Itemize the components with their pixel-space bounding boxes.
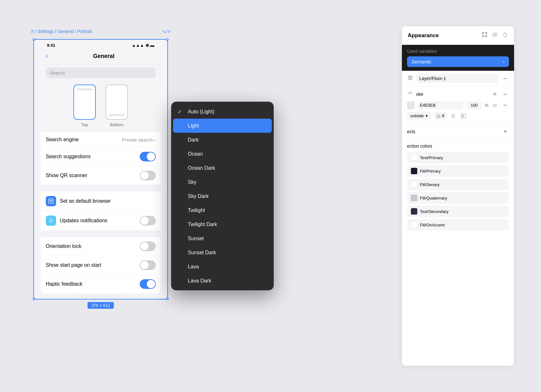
toggle-knob-qr bbox=[140, 171, 149, 180]
fill-primary-swatch[interactable] bbox=[411, 168, 417, 174]
drop-icon[interactable] bbox=[502, 31, 508, 39]
component-icon[interactable] bbox=[481, 31, 488, 39]
remove-layer-button[interactable]: − bbox=[501, 75, 509, 82]
semantic-button[interactable]: Semantic › bbox=[407, 56, 509, 67]
eye-icon[interactable] bbox=[492, 31, 498, 39]
battery-icon: ▬ bbox=[150, 43, 154, 48]
frame-header: X / Settings / General / Portrait </> bbox=[27, 26, 174, 37]
dropdown-item-auto-light[interactable]: ✓ Auto (Light) bbox=[171, 104, 274, 119]
search-bar[interactable]: Search bbox=[46, 68, 156, 78]
row-start-page[interactable]: Show start page on start bbox=[41, 256, 161, 275]
figma-frame: X / Settings / General / Portrait </> 9:… bbox=[27, 26, 174, 366]
dropdown-item-sky-dark[interactable]: Sky Dark bbox=[171, 189, 274, 203]
fill-onaccent-swatch[interactable] bbox=[411, 222, 417, 228]
dropdown-item-lava[interactable]: Lava bbox=[171, 260, 274, 274]
search-suggestions-toggle[interactable] bbox=[140, 152, 156, 161]
toggle-knob-start bbox=[140, 261, 149, 269]
row-default-browser[interactable]: Set as default browser bbox=[41, 192, 161, 211]
tab-top-option[interactable]: Top bbox=[73, 85, 96, 127]
sel-color-fill-quaternary: Fill/Quaternary bbox=[407, 192, 509, 204]
stroke-color-swatch[interactable] bbox=[407, 102, 415, 109]
dropdown-item-label-light: Light bbox=[188, 123, 199, 129]
dropdown-item-sunset[interactable]: Sunset bbox=[171, 232, 274, 246]
signal-icon: ▲▲▲ bbox=[132, 43, 144, 48]
stroke-opacity[interactable]: 100 bbox=[466, 101, 482, 109]
dropdown-item-sky[interactable]: Sky bbox=[171, 175, 274, 189]
dropdown-item-label-ocean-dark: Ocean Dark bbox=[188, 165, 215, 171]
tab-bottom-icon[interactable] bbox=[105, 85, 128, 120]
svg-rect-9 bbox=[408, 76, 412, 77]
back-button[interactable]: ‹ bbox=[46, 52, 48, 60]
row-search-suggestions[interactable]: Search suggestions bbox=[41, 147, 161, 166]
dropdown-item-lava-dark[interactable]: Lava Dark bbox=[171, 274, 274, 288]
add-effect-button[interactable]: + bbox=[501, 128, 509, 135]
start-page-label: Show start page on start bbox=[46, 262, 101, 268]
dropdown-item-light[interactable]: Light bbox=[173, 119, 272, 133]
dropdown-item-twilight-dark[interactable]: Twilight Dark bbox=[171, 217, 274, 232]
stroke-title: oke bbox=[416, 92, 423, 97]
updates-notifications-toggle[interactable] bbox=[140, 216, 156, 225]
stroke-eye-icon[interactable] bbox=[491, 102, 499, 109]
phone-status-bar: 9:41 ▲▲▲ ⊛ ▬ bbox=[41, 40, 161, 49]
outside-dropdown[interactable]: outside ▾ bbox=[407, 112, 431, 120]
add-stroke-button[interactable]: + bbox=[491, 90, 499, 98]
row-search-engine[interactable]: Search engine Private search › bbox=[41, 132, 161, 147]
dropdown-item-label: Auto (Light) bbox=[188, 109, 214, 114]
row-orientation-lock[interactable]: Orientation lock bbox=[41, 237, 161, 256]
dropdown-item-dark[interactable]: Dark bbox=[171, 133, 274, 147]
row-updates-notifications[interactable]: Updates notifications bbox=[41, 211, 161, 231]
dropdown-item-ocean-dark[interactable]: Ocean Dark bbox=[171, 161, 274, 175]
row-haptic-feedback[interactable]: Haptic feedback bbox=[41, 275, 161, 294]
tab-bottom-option[interactable]: Bottom bbox=[105, 85, 128, 127]
wifi-icon: ⊛ bbox=[146, 43, 149, 48]
theme-dropdown: ✓ Auto (Light) Light Dark Ocean Ocean Da… bbox=[171, 102, 274, 290]
dropdown-item-label-twilight: Twilight bbox=[188, 208, 205, 213]
svg-point-17 bbox=[411, 93, 412, 94]
start-page-toggle[interactable] bbox=[140, 260, 156, 270]
dropdown-item-ocean[interactable]: Ocean bbox=[171, 147, 274, 161]
adjust-icon[interactable] bbox=[449, 112, 457, 120]
fill-quaternary-swatch[interactable] bbox=[411, 195, 417, 201]
svg-point-8 bbox=[494, 34, 496, 36]
remove-stroke-button[interactable]: − bbox=[501, 90, 509, 98]
remove-stroke-color-button[interactable]: − bbox=[501, 102, 509, 109]
text-primary-swatch[interactable] bbox=[411, 154, 417, 161]
fill-senary-swatch[interactable] bbox=[411, 181, 417, 188]
stroke-options-row: outside ▾ 8 bbox=[407, 112, 509, 120]
tab-top-label: Top bbox=[81, 122, 88, 127]
stroke-color-row: E4E5EB 100 % − bbox=[407, 101, 509, 109]
stroke-section: oke + − E4E5EB 100 % − bbox=[402, 86, 514, 124]
text-secondary-label: Text/Secondary bbox=[420, 209, 449, 214]
haptic-feedback-label: Haptic feedback bbox=[46, 281, 83, 287]
stroke-number: 8 bbox=[442, 113, 444, 118]
search-engine-value: Private search › bbox=[122, 137, 155, 143]
tab-top-icon[interactable] bbox=[73, 85, 96, 120]
layer-input[interactable]: Layer/Floor-1 bbox=[416, 74, 499, 83]
dropdown-item-twilight[interactable]: Twilight bbox=[171, 203, 274, 217]
qr-scanner-toggle[interactable] bbox=[140, 171, 156, 180]
default-browser-row: Set as default browser bbox=[46, 196, 111, 206]
chevron-down-icon: ▾ bbox=[426, 113, 428, 118]
layout-icon[interactable] bbox=[460, 112, 467, 120]
divider-1 bbox=[41, 185, 161, 192]
row-qr-scanner[interactable]: Show QR scanner bbox=[41, 166, 161, 185]
divider-2 bbox=[41, 231, 161, 237]
code-icon[interactable]: </> bbox=[162, 29, 171, 34]
haptic-feedback-toggle[interactable] bbox=[140, 279, 156, 289]
stroke-color-hex[interactable]: E4E5EB bbox=[417, 101, 463, 109]
orientation-lock-toggle[interactable] bbox=[140, 241, 156, 251]
dropdown-item-sunset-dark[interactable]: Sunset Dark bbox=[171, 246, 274, 260]
tab-selector: Top Bottom bbox=[41, 81, 161, 132]
selection-colors-section: ection colors Text/Primary Fill/Primary … bbox=[402, 140, 514, 236]
percent-label: % bbox=[485, 103, 488, 108]
sel-color-text-secondary: Text/Secondary bbox=[407, 206, 509, 217]
semantic-label: Semantic bbox=[412, 59, 432, 64]
toggle-knob bbox=[147, 152, 155, 161]
text-secondary-swatch[interactable] bbox=[411, 208, 417, 215]
grid-dots-icon[interactable] bbox=[407, 90, 413, 98]
layers-icon[interactable] bbox=[407, 75, 413, 82]
stroke-num-input[interactable]: 8 bbox=[434, 112, 447, 120]
dropdown-item-label-lava: Lava bbox=[188, 264, 199, 270]
dropdown-item-label-lava-dark: Lava Dark bbox=[188, 278, 211, 284]
sel-color-text-primary: Text/Primary bbox=[407, 152, 509, 163]
